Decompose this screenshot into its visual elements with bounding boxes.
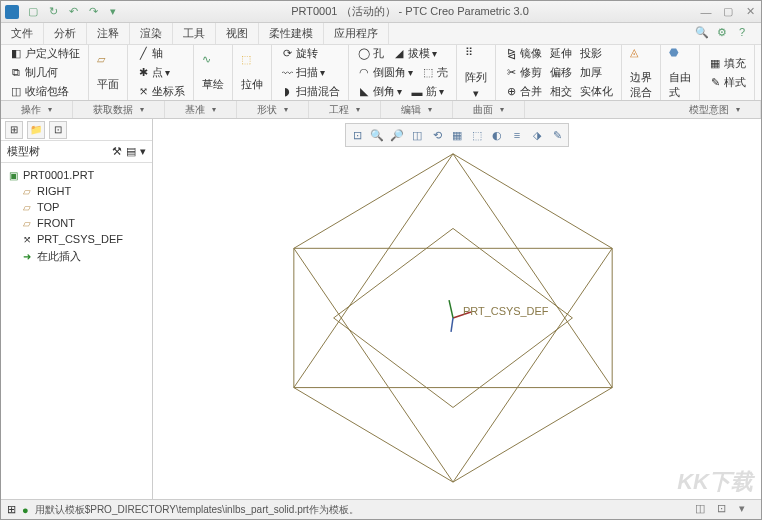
trim-icon: ✂: [504, 66, 518, 80]
tab-file[interactable]: 文件: [1, 23, 44, 44]
tree-menu-icon[interactable]: ▤: [126, 145, 136, 158]
tab-flex[interactable]: 柔性建模: [259, 23, 324, 44]
round-icon: ◠: [357, 66, 371, 80]
tab-view[interactable]: 视图: [216, 23, 259, 44]
freestyle-icon: ⬣: [669, 46, 691, 68]
boundary-blend-button[interactable]: ◬边界混合: [628, 44, 654, 102]
shrinkwrap-button[interactable]: ◫收缩包络: [7, 83, 82, 100]
csys-label: PRT_CSYS_DEF: [463, 305, 549, 317]
copy-geom-button[interactable]: ⧉制几何: [7, 64, 82, 81]
bblend-icon: ◬: [630, 46, 652, 68]
merge-button[interactable]: ⊕合并: [502, 83, 544, 100]
trim-button[interactable]: ✂修剪: [502, 64, 544, 81]
tab-analysis[interactable]: 分析: [44, 23, 87, 44]
rib-button[interactable]: ▬筋▾: [408, 83, 446, 100]
plane-button[interactable]: ▱平面: [95, 51, 121, 94]
tree-tool-icon[interactable]: ⚒: [112, 145, 122, 158]
chamfer-button[interactable]: ◣倒角▾: [355, 83, 404, 100]
mirror-button[interactable]: ⧎镜像: [502, 45, 544, 62]
swept-blend-button[interactable]: ◗扫描混合: [278, 83, 342, 100]
tab-render[interactable]: 渲染: [130, 23, 173, 44]
round-button[interactable]: ◠倒圆角▾: [355, 64, 415, 81]
extend-button[interactable]: 延伸: [548, 45, 574, 62]
fill-button[interactable]: ▦填充: [706, 55, 748, 72]
close-icon[interactable]: ✕: [743, 5, 757, 19]
csys-icon: ⤧: [136, 85, 150, 99]
status-message: 用默认模板$PRO_DIRECTORY\templates\inlbs_part…: [35, 503, 359, 517]
menubar: 文件 分析 注释 渲染 工具 视图 柔性建模 应用程序 🔍 ⚙ ?: [1, 23, 761, 45]
tree-insert[interactable]: ➜在此插入: [7, 247, 146, 266]
draft-icon: ◢: [392, 47, 406, 61]
maximize-icon[interactable]: ▢: [721, 5, 735, 19]
qat-dropdown-icon[interactable]: ▾: [105, 4, 121, 20]
tab-tools[interactable]: 工具: [173, 23, 216, 44]
axis-icon: ╱: [136, 47, 150, 61]
sweep-icon: 〰: [280, 66, 294, 80]
tree-root[interactable]: ▣PRT0001.PRT: [7, 167, 146, 183]
user-feature-button[interactable]: ◧户定义特征: [7, 45, 82, 62]
section-edit[interactable]: 编辑: [381, 101, 453, 118]
qat-new-icon[interactable]: ▢: [25, 4, 41, 20]
rib-icon: ▬: [410, 85, 424, 99]
drawing-svg: PRT_CSYS_DEF: [153, 119, 761, 499]
style-button[interactable]: ✎样式: [706, 74, 748, 91]
tab-annotate[interactable]: 注释: [87, 23, 130, 44]
ribbon: ◧户定义特征 ⧉制几何 ◫收缩包络 ▱平面 ╱轴 ✱点▾ ⤧坐标系 ∿草绘 ⬚拉…: [1, 45, 761, 101]
offset-button[interactable]: 偏移: [548, 64, 574, 81]
qat-redo-icon[interactable]: ↷: [85, 4, 101, 20]
section-datum[interactable]: 基准: [165, 101, 237, 118]
axis-button[interactable]: ╱轴: [134, 45, 187, 62]
revolve-icon: ⟳: [280, 47, 294, 61]
intersect-button[interactable]: 相交: [548, 83, 574, 100]
status-smart-icon[interactable]: ⊡: [717, 502, 733, 518]
model-tree-panel: ⊞ 📁 ⊡ 模型树 ⚒▤▾ ▣PRT0001.PRT ▱RIGHT ▱TOP ▱…: [1, 119, 153, 499]
graphics-canvas[interactable]: ⊡ 🔍 🔎 ◫ ⟲ ▦ ⬚ ◐ ≡ ⬗ ✎: [153, 119, 761, 499]
help-icon[interactable]: ?: [739, 26, 755, 42]
tree-tab-1-icon[interactable]: ⊞: [5, 121, 23, 139]
help-search-icon[interactable]: 🔍: [695, 26, 711, 42]
section-surface[interactable]: 曲面: [453, 101, 525, 118]
pattern-button[interactable]: ⠿阵列▾: [463, 44, 489, 102]
thicken-button[interactable]: 加厚: [578, 64, 604, 81]
section-getdata[interactable]: 获取数据: [73, 101, 165, 118]
extrude-button[interactable]: ⬚拉伸: [239, 51, 265, 94]
svg-line-5: [449, 300, 453, 318]
minimize-icon[interactable]: —: [699, 5, 713, 19]
fill-icon: ▦: [708, 56, 722, 70]
tab-apps[interactable]: 应用程序: [324, 23, 389, 44]
part-icon: ▣: [7, 169, 19, 181]
sketch-button[interactable]: ∿草绘: [200, 51, 226, 94]
freestyle-button[interactable]: ⬣自由式: [667, 44, 693, 102]
revolve-button[interactable]: ⟳旋转: [278, 45, 342, 62]
csys-button[interactable]: ⤧坐标系: [134, 83, 187, 100]
status-filter-icon[interactable]: ▾: [739, 502, 755, 518]
tree-tab-2-icon[interactable]: 📁: [27, 121, 45, 139]
solidify-button[interactable]: 实体化: [578, 83, 615, 100]
section-bar: 操作 获取数据 基准 形状 工程 编辑 曲面 模型意图: [1, 101, 761, 119]
settings-icon[interactable]: ⚙: [717, 26, 733, 42]
tree-right[interactable]: ▱RIGHT: [7, 183, 146, 199]
shell-button[interactable]: ⬚壳: [419, 64, 450, 81]
section-intent[interactable]: 模型意图: [669, 101, 761, 118]
qat-undo-icon[interactable]: ↶: [65, 4, 81, 20]
qat-open-icon[interactable]: ↻: [45, 4, 61, 20]
project-button[interactable]: 投影: [578, 45, 604, 62]
window-title: PRT0001 （活动的） - PTC Creo Parametric 3.0: [121, 4, 699, 19]
tree-csys[interactable]: ⤧PRT_CSYS_DEF: [7, 231, 146, 247]
point-button[interactable]: ✱点▾: [134, 64, 187, 81]
watermark: KK下载: [677, 467, 753, 497]
tree-title: 模型树: [7, 144, 40, 159]
chamfer-icon: ◣: [357, 85, 371, 99]
tree-top[interactable]: ▱TOP: [7, 199, 146, 215]
tree-tab-3-icon[interactable]: ⊡: [49, 121, 67, 139]
section-operate[interactable]: 操作: [1, 101, 73, 118]
hole-button[interactable]: ◯孔: [355, 45, 386, 62]
tree-front[interactable]: ▱FRONT: [7, 215, 146, 231]
status-geom-icon[interactable]: ◫: [695, 502, 711, 518]
draft-button[interactable]: ◢拔模▾: [390, 45, 439, 62]
section-engineering[interactable]: 工程: [309, 101, 381, 118]
sketch-icon: ∿: [202, 53, 224, 75]
section-shape[interactable]: 形状: [237, 101, 309, 118]
status-icon[interactable]: ⊞: [7, 503, 16, 516]
sweep-button[interactable]: 〰扫描▾: [278, 64, 342, 81]
